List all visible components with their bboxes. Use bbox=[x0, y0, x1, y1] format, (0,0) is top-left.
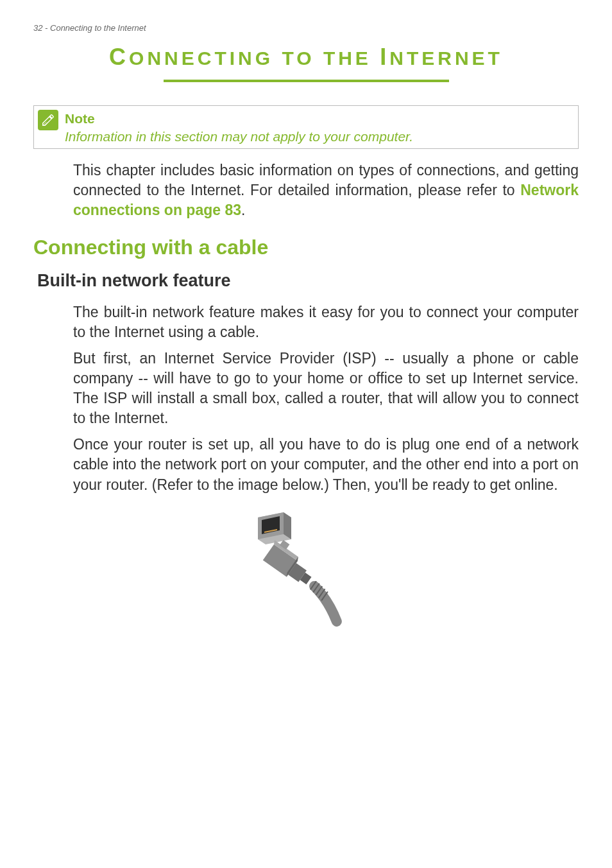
intro-paragraph: This chapter includes basic information … bbox=[73, 161, 579, 220]
note-heading: Note bbox=[65, 111, 574, 126]
note-icon bbox=[38, 110, 58, 130]
intro-text-before: This chapter includes basic information … bbox=[73, 162, 579, 198]
title-cap-1: C bbox=[109, 44, 129, 70]
chapter-title: CONNECTING TO THE INTERNET bbox=[0, 44, 612, 82]
paragraph-3: Once your router is set up, all you have… bbox=[73, 435, 579, 494]
ethernet-cable-icon bbox=[239, 509, 373, 631]
ethernet-illustration bbox=[239, 509, 373, 631]
title-underline bbox=[164, 80, 449, 82]
title-rest-1: ONNECTING TO THE bbox=[129, 48, 380, 69]
section-name: Connecting to the Internet bbox=[50, 23, 146, 33]
page-number: 32 - bbox=[33, 23, 50, 33]
paragraph-1: The built-in network feature makes it ea… bbox=[73, 302, 579, 342]
section-heading: Connecting with a cable bbox=[33, 236, 579, 259]
note-text: Information in this section may not appl… bbox=[65, 129, 574, 144]
page-header: 32 - Connecting to the Internet bbox=[33, 23, 146, 33]
title-rest-2: NTERNET bbox=[389, 48, 503, 69]
title-cap-2: I bbox=[380, 44, 389, 70]
intro-text-after: . bbox=[241, 202, 245, 218]
note-box: Note Information in this section may not… bbox=[33, 105, 579, 149]
subsection-heading: Built-in network feature bbox=[37, 271, 579, 291]
note-content: Note Information in this section may not… bbox=[65, 110, 574, 144]
pencil-icon bbox=[41, 113, 55, 127]
paragraph-2: But first, an Internet Service Provider … bbox=[73, 349, 579, 428]
chapter-title-text: CONNECTING TO THE INTERNET bbox=[13, 44, 599, 71]
